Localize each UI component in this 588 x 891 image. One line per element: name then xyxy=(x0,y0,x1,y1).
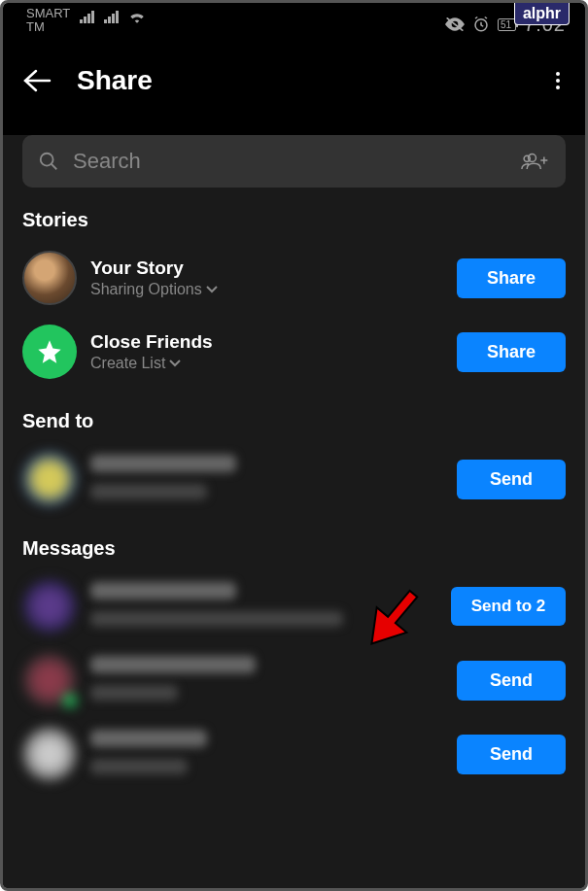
wifi-icon xyxy=(128,10,146,23)
more-options-button[interactable] xyxy=(556,72,566,89)
device-frame: alphr SMART TM 51 7:02 xyxy=(0,0,588,891)
close-friends-text[interactable]: Close Friends Create List xyxy=(90,331,443,372)
contact-handle-redacted xyxy=(90,484,207,499)
your-story-text[interactable]: Your Story Sharing Options xyxy=(90,257,443,298)
status-bar: SMART TM 51 7:02 xyxy=(3,3,585,42)
contact-avatar-2[interactable] xyxy=(22,653,77,707)
carrier-line1: SMART xyxy=(26,7,70,20)
page-title: Share xyxy=(77,65,531,96)
send-button-3[interactable]: Send xyxy=(457,735,566,774)
star-icon xyxy=(36,338,63,365)
group-name-redacted xyxy=(90,582,236,600)
your-story-share-button[interactable]: Share xyxy=(457,258,566,298)
back-button[interactable] xyxy=(22,69,52,92)
send-button-1[interactable]: Send xyxy=(457,460,566,499)
sharing-options-link[interactable]: Sharing Options xyxy=(90,281,443,298)
close-friends-row: Close Friends Create List Share xyxy=(22,315,566,389)
send-to-row-1: Send xyxy=(22,442,566,516)
send-to-2-button[interactable]: Send to 2 xyxy=(451,587,566,626)
chevron-down-icon xyxy=(206,285,218,294)
contact-sub-redacted-2 xyxy=(90,685,178,701)
your-story-row: Your Story Sharing Options Share xyxy=(22,241,566,315)
create-list-link[interactable]: Create List xyxy=(90,355,443,372)
carrier-line2: TM xyxy=(26,20,70,34)
send-to-heading: Send to xyxy=(22,410,566,432)
contact-name-redacted-2 xyxy=(90,656,256,673)
signal-icon-2 xyxy=(104,11,119,23)
alphr-watermark: alphr xyxy=(514,3,570,25)
content-area: Search Stories Your Story Sharing Option… xyxy=(3,135,585,891)
message-row-1: Send to 2 xyxy=(22,569,566,643)
contact-name-redacted-3 xyxy=(90,730,207,747)
header: Share xyxy=(3,42,585,116)
contact-sub-redacted-3 xyxy=(90,759,188,774)
svg-point-2 xyxy=(41,154,53,166)
carrier-label: SMART TM xyxy=(26,7,70,35)
send-button-2[interactable]: Send xyxy=(457,661,566,701)
close-friends-share-button[interactable]: Share xyxy=(457,332,566,372)
close-friends-title: Close Friends xyxy=(90,331,443,353)
svg-line-3 xyxy=(52,164,57,170)
messages-heading: Messages xyxy=(22,537,566,560)
eye-icon xyxy=(445,17,465,31)
add-people-icon[interactable] xyxy=(521,151,550,172)
contact-text-3[interactable] xyxy=(90,730,443,778)
contact-name-redacted xyxy=(90,455,236,472)
signal-icon xyxy=(80,11,94,23)
screen: SMART TM 51 7:02 Share xyxy=(3,3,585,888)
contact-avatar-3[interactable] xyxy=(22,727,77,781)
message-row-3: Send xyxy=(22,717,566,791)
chevron-down-icon xyxy=(169,359,181,368)
contact-avatar[interactable] xyxy=(22,452,77,506)
close-friends-avatar[interactable] xyxy=(22,325,77,379)
group-avatar[interactable] xyxy=(22,579,77,634)
search-bar[interactable]: Search xyxy=(22,135,566,188)
message-row-2: Send xyxy=(22,643,566,717)
your-story-avatar[interactable] xyxy=(22,251,77,305)
group-sub-redacted xyxy=(90,611,343,627)
alarm-icon xyxy=(472,16,490,33)
stories-heading: Stories xyxy=(22,209,566,231)
search-placeholder: Search xyxy=(73,149,507,174)
search-icon xyxy=(38,151,59,172)
your-story-title: Your Story xyxy=(90,257,443,279)
status-left: SMART TM xyxy=(26,7,146,42)
contact-text[interactable] xyxy=(90,455,443,503)
